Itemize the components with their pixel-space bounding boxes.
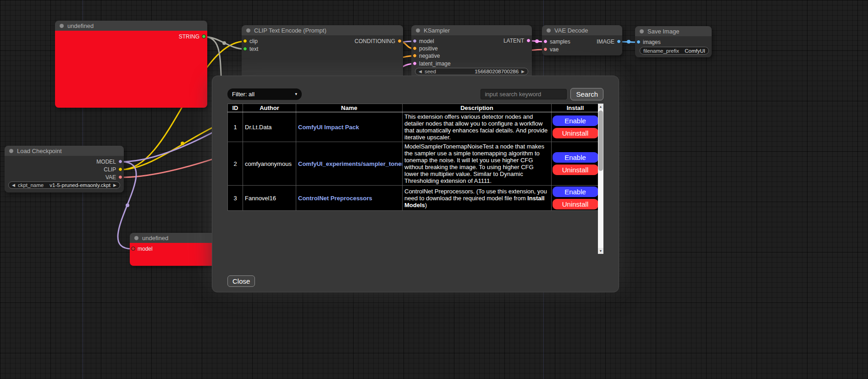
seed-widget[interactable]: ◀ seed 156680208700286 ▶ bbox=[415, 68, 528, 75]
text-input-label: text bbox=[249, 46, 258, 52]
node-title: CLIP Text Encode (Prompt) bbox=[254, 27, 326, 34]
install-actions: Enable Uninstall bbox=[553, 115, 597, 138]
node-title: Load Checkpoint bbox=[17, 148, 62, 154]
collapse-dot-icon[interactable] bbox=[547, 28, 551, 33]
scroll-up-icon[interactable]: ▲ bbox=[598, 104, 603, 110]
node-title-bar[interactable]: VAE Decode bbox=[542, 25, 622, 35]
model-output-label: MODEL bbox=[96, 159, 116, 165]
right-arrow-icon[interactable]: ▶ bbox=[113, 183, 116, 187]
node-title: VAE Decode bbox=[554, 27, 588, 34]
uninstall-button[interactable]: Uninstall bbox=[553, 199, 598, 209]
node-title: undefined bbox=[142, 235, 168, 242]
extension-link[interactable]: ComfyUI_experiments/sampler_tonemap bbox=[298, 160, 403, 167]
ckpt-name-widget[interactable]: ◀ ckpt_name v1-5-pruned-emaonly.ckpt ▶ bbox=[8, 181, 120, 189]
model-input-label: model bbox=[138, 246, 153, 252]
negative-input-pin[interactable] bbox=[413, 54, 417, 58]
samples-input-label: samples bbox=[550, 38, 570, 45]
enable-button[interactable]: Enable bbox=[553, 187, 598, 197]
conditioning-output-label: CONDITIONING bbox=[354, 38, 395, 44]
extension-table-wrap: ID Author Name Description Install 1 Dr.… bbox=[227, 104, 603, 254]
image-output-pin[interactable] bbox=[617, 39, 621, 44]
row-id: 1 bbox=[228, 112, 243, 142]
scrollbar-thumb[interactable] bbox=[598, 110, 603, 171]
left-arrow-icon[interactable]: ◀ bbox=[12, 183, 15, 187]
uninstall-button[interactable]: Uninstall bbox=[553, 128, 598, 138]
close-button[interactable]: Close bbox=[227, 275, 255, 287]
vae-output-label: VAE bbox=[105, 174, 116, 181]
table-row: 1 Dr.Lt.Data ComfyUI Impact Pack This ex… bbox=[228, 112, 599, 142]
row-id: 3 bbox=[228, 186, 243, 211]
node-title-bar[interactable]: undefined bbox=[55, 21, 207, 31]
filename-prefix-widget[interactable]: filename_prefix ComfyUI bbox=[640, 47, 709, 55]
install-actions: Enable Uninstall bbox=[553, 187, 597, 209]
node-title-bar[interactable]: CLIP Text Encode (Prompt) bbox=[242, 25, 403, 35]
graph-canvas[interactable]: undefined STRING CLIP Text Encode (Promp… bbox=[0, 0, 868, 379]
filter-select[interactable]: Filter: all ▾ bbox=[227, 88, 302, 100]
description-text: ) bbox=[425, 202, 427, 209]
model-input-label: model bbox=[419, 38, 434, 44]
node-title: undefined bbox=[67, 22, 94, 29]
search-input[interactable] bbox=[481, 89, 567, 99]
row-id: 2 bbox=[228, 142, 243, 186]
collapse-dot-icon[interactable] bbox=[416, 28, 420, 33]
node-undefined-top[interactable]: undefined STRING bbox=[55, 21, 207, 108]
extension-link[interactable]: ComfyUI Impact Pack bbox=[298, 124, 359, 131]
node-title: KSampler bbox=[424, 27, 450, 34]
collapse-dot-icon[interactable] bbox=[60, 24, 64, 28]
description-text: ModelSamplerTonemapNoiseTest a node that… bbox=[404, 143, 544, 184]
image-output-label: IMAGE bbox=[597, 38, 614, 45]
ckpt-name-value: v1-5-pruned-emaonly.ckpt bbox=[50, 182, 111, 188]
negative-input-label: negative bbox=[419, 53, 440, 59]
description-text: This extension offers various detector n… bbox=[404, 113, 547, 141]
table-row: 2 comfyanonymous ComfyUI_experiments/sam… bbox=[228, 142, 599, 186]
search-button[interactable]: Search bbox=[570, 88, 603, 100]
scroll-down-icon[interactable]: ▼ bbox=[598, 248, 603, 254]
node-save-image[interactable]: Save Image images filename_prefix ComfyU… bbox=[635, 26, 712, 57]
row-description: ControlNet Preprocessors. (To use this e… bbox=[403, 186, 552, 211]
latent-image-input-label: latent_image bbox=[419, 60, 451, 67]
node-error-body bbox=[55, 31, 207, 108]
chevron-down-icon: ▾ bbox=[295, 92, 297, 96]
table-scrollbar[interactable]: ▲ ▼ bbox=[598, 104, 603, 254]
header-install: Install bbox=[552, 104, 599, 112]
extension-link[interactable]: ControlNet Preprocessors bbox=[298, 195, 372, 202]
left-arrow-icon[interactable]: ◀ bbox=[419, 69, 422, 74]
row-author: Fannovel16 bbox=[243, 186, 296, 211]
node-title-bar[interactable]: Save Image bbox=[635, 26, 712, 36]
enable-button[interactable]: Enable bbox=[553, 115, 598, 126]
conditioning-output-pin[interactable] bbox=[398, 39, 402, 43]
node-vae-decode[interactable]: VAE Decode samples vae IMAGE bbox=[542, 25, 622, 55]
enable-button[interactable]: Enable bbox=[553, 152, 598, 163]
row-author: comfyanonymous bbox=[243, 142, 296, 186]
text-input-pin[interactable] bbox=[243, 47, 247, 51]
vae-output-pin[interactable] bbox=[118, 175, 122, 179]
node-title-bar[interactable]: KSampler bbox=[411, 25, 532, 35]
collapse-dot-icon[interactable] bbox=[9, 149, 13, 153]
string-output-pin[interactable] bbox=[202, 34, 206, 38]
seed-widget-value: 156680208700286 bbox=[475, 69, 519, 74]
uninstall-button[interactable]: Uninstall bbox=[553, 165, 598, 175]
right-arrow-icon[interactable]: ▶ bbox=[521, 69, 525, 74]
clip-input-pin[interactable] bbox=[243, 39, 247, 43]
model-input-pin[interactable] bbox=[413, 39, 417, 43]
table-header-row: ID Author Name Description Install bbox=[228, 104, 599, 112]
collapse-dot-icon[interactable] bbox=[246, 28, 250, 33]
collapse-dot-icon[interactable] bbox=[640, 29, 644, 33]
seed-widget-label: seed bbox=[425, 69, 436, 74]
custom-nodes-dialog: Filter: all ▾ Search ID Author Name Desc… bbox=[212, 76, 619, 292]
node-load-checkpoint[interactable]: Load Checkpoint MODEL CLIP VAE ◀ ckpt_na… bbox=[5, 146, 124, 192]
collapse-dot-icon[interactable] bbox=[134, 236, 138, 240]
extension-table: ID Author Name Description Install 1 Dr.… bbox=[227, 104, 599, 211]
model-input-pin[interactable] bbox=[131, 247, 135, 251]
row-author: Dr.Lt.Data bbox=[243, 112, 296, 142]
positive-input-pin[interactable] bbox=[413, 46, 417, 50]
samples-input-pin[interactable] bbox=[543, 39, 547, 44]
latent-image-input-pin[interactable] bbox=[413, 61, 417, 66]
model-output-pin[interactable] bbox=[118, 159, 122, 164]
row-description: ModelSamplerTonemapNoiseTest a node that… bbox=[403, 142, 552, 186]
latent-output-pin[interactable] bbox=[526, 38, 531, 43]
images-input-pin[interactable] bbox=[636, 40, 641, 44]
node-title-bar[interactable]: Load Checkpoint bbox=[5, 146, 124, 156]
clip-output-pin[interactable] bbox=[118, 167, 122, 171]
vae-input-pin[interactable] bbox=[543, 47, 547, 51]
